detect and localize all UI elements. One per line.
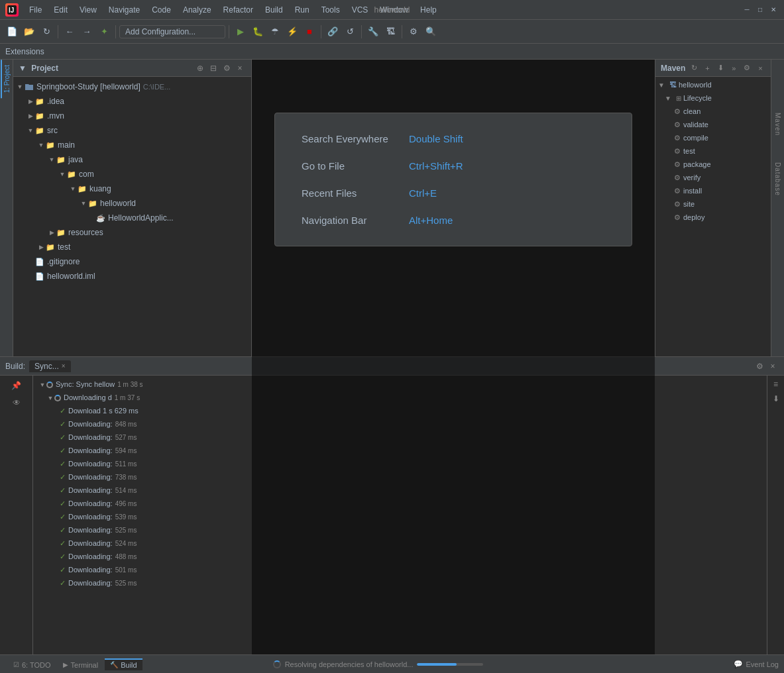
dl10-time: 524 ms [115, 539, 137, 548]
scope-button[interactable]: ⊕ [194, 62, 206, 74]
dl9-text: Downloading: [68, 525, 113, 535]
tree-item-kuang[interactable]: ▼ 📁 kuang [13, 181, 251, 196]
maven-lifecycle-clean[interactable]: ⚙ clean [655, 105, 771, 118]
run-configuration-selector[interactable]: Add Configuration... [119, 25, 225, 38]
run-button[interactable]: ▶ [233, 24, 249, 40]
tree-item-iml[interactable]: 📄 helloworld.iml [13, 269, 251, 284]
sync-tab[interactable]: Sync... × [29, 360, 71, 372]
maven-close-button[interactable]: × [754, 62, 766, 74]
verify-gear-icon: ⚙ [674, 174, 681, 182]
menu-vcs[interactable]: VCS [347, 4, 374, 16]
build-tab[interactable]: 🔨 Build [105, 658, 142, 670]
maven-lifecycle-site[interactable]: ⚙ site [655, 197, 771, 211]
tree-item-mvn[interactable]: ▶ 📁 .mvn [13, 109, 251, 123]
event-log-text: Event Log [746, 660, 779, 668]
menu-code[interactable]: Code [146, 4, 176, 16]
menu-build[interactable]: Build [260, 4, 288, 16]
menu-analyze[interactable]: Analyze [178, 4, 217, 16]
build-hide-button[interactable]: × [767, 360, 779, 372]
maven-lifecycle-compile[interactable]: ⚙ compile [655, 131, 771, 144]
maven-lifecycle-package[interactable]: ⚙ package [655, 158, 771, 171]
project-panel-title[interactable]: ▼ Project [19, 64, 58, 73]
build-scroll-end-button[interactable]: ⬇ [770, 393, 782, 405]
tree-item-com[interactable]: ▼ 📁 com [13, 167, 251, 181]
minimize-button[interactable]: ─ [742, 5, 752, 15]
resources-arrow-icon: ▶ [48, 229, 56, 236]
terminal-tab[interactable]: ▶ Terminal [58, 658, 104, 670]
helloworld-folder-icon: 📁 [87, 198, 98, 209]
menu-file[interactable]: File [24, 4, 47, 16]
search-overlay: Search Everywhere Double Shift Go to Fil… [252, 60, 655, 654]
collapse-all-button[interactable]: ⊟ [207, 62, 219, 74]
maven-lifecycle-deploy[interactable]: ⚙ deploy [655, 211, 771, 224]
maven-lifecycle-install[interactable]: ⚙ install [655, 184, 771, 197]
maven-lifecycle-verify[interactable]: ⚙ verify [655, 171, 771, 184]
maven-vertical-tab[interactable]: Maven [774, 113, 781, 136]
maven-more-button[interactable]: » [728, 62, 740, 74]
settings-panel-button[interactable]: ⚙ [221, 62, 233, 74]
mvn-folder-icon: 📁 [34, 111, 45, 121]
close-button[interactable]: ✕ [768, 5, 779, 15]
maven-settings-button[interactable]: ⚙ [741, 62, 753, 74]
project-structure-button[interactable]: 🏗 [382, 24, 398, 40]
check-icon-4: ✓ [60, 459, 66, 469]
attach-debugger-button[interactable]: 🔗 [325, 24, 341, 40]
run-with-coverage-button[interactable]: ☂ [267, 24, 283, 40]
sync-tab-close-icon[interactable]: × [62, 362, 66, 370]
settings-button[interactable]: ⚙ [406, 24, 421, 40]
reload-button[interactable]: ↺ [342, 24, 358, 40]
menu-tools[interactable]: Tools [316, 4, 345, 16]
menu-refactor[interactable]: Refactor [218, 4, 258, 16]
database-vertical-tab[interactable]: Database [774, 162, 781, 196]
bookmark-button[interactable]: ✦ [96, 24, 112, 40]
tree-root[interactable]: ▼ Springboot-Study [helloworld] C:\IDE..… [13, 79, 251, 94]
tree-item-app-class[interactable]: ☕ HelloworldApplic... [13, 211, 251, 225]
nav-back-button[interactable]: ← [62, 24, 78, 40]
open-button[interactable]: 📂 [21, 24, 37, 40]
nav-forward-button[interactable]: → [79, 24, 95, 40]
build-wrap-button[interactable]: ≡ [770, 378, 782, 390]
tree-item-main[interactable]: ▼ 📁 main [13, 138, 251, 152]
recent-files-label: Recent Files [302, 187, 401, 199]
tree-item-src[interactable]: ▼ 📁 src [13, 123, 251, 138]
status-bar: ☑ 6: TODO ▶ Terminal 🔨 Build Resolving d… [0, 654, 784, 673]
src-arrow-icon: ▼ [27, 127, 34, 134]
stop-button[interactable]: ■ [302, 24, 317, 40]
tree-item-gitignore[interactable]: 📄 .gitignore [13, 254, 251, 269]
filter-button[interactable]: 👁 [9, 395, 24, 410]
search-everywhere-button[interactable]: 🔍 [423, 24, 439, 40]
maven-lifecycle-test[interactable]: ⚙ test [655, 144, 771, 158]
package-gear-icon: ⚙ [674, 160, 681, 169]
sync-button[interactable]: ↻ [38, 24, 54, 40]
new-file-button[interactable]: 📄 [4, 24, 20, 40]
maven-lifecycle-validate[interactable]: ⚙ validate [655, 118, 771, 131]
sdk-button[interactable]: 🔧 [365, 24, 381, 40]
menu-edit[interactable]: Edit [48, 4, 73, 16]
maven-download-button[interactable]: ⬇ [714, 62, 726, 74]
tree-item-java[interactable]: ▼ 📁 java [13, 152, 251, 167]
build-settings-button[interactable]: ⚙ [754, 360, 765, 372]
tree-item-resources[interactable]: ▶ 📁 resources [13, 225, 251, 240]
todo-tab[interactable]: ☑ 6: TODO [8, 658, 56, 670]
validate-label: validate [683, 121, 708, 129]
tree-item-idea[interactable]: ▶ 📁 .idea [13, 94, 251, 109]
maximize-button[interactable]: □ [755, 5, 765, 15]
menu-run[interactable]: Run [290, 4, 315, 16]
menu-navigate[interactable]: Navigate [103, 4, 145, 16]
tree-item-helloworld-folder[interactable]: ▼ 📁 helloworld [13, 196, 251, 211]
maven-lifecycle-group[interactable]: ▼ ⊞ Lifecycle [655, 91, 771, 105]
debug-button[interactable]: 🐛 [250, 24, 266, 40]
maven-lifecycle-label: Lifecycle [683, 94, 712, 102]
profile-button[interactable]: ⚡ [284, 24, 300, 40]
hide-panel-button[interactable]: × [234, 62, 246, 74]
menu-help[interactable]: Help [415, 4, 442, 16]
menu-view[interactable]: View [74, 4, 102, 16]
pin-button[interactable]: 📌 [9, 378, 24, 393]
tree-item-test[interactable]: ▶ 📁 test [13, 240, 251, 254]
maven-add-button[interactable]: + [701, 62, 713, 74]
maven-project-helloworld[interactable]: ▼ 🏗 helloworld [655, 78, 771, 91]
com-folder-icon: 📁 [66, 169, 77, 180]
project-vertical-tab[interactable]: 1: Project [1, 60, 12, 98]
event-log-label[interactable]: 💬 Event Log [734, 660, 779, 668]
maven-refresh-button[interactable]: ↻ [688, 62, 700, 74]
